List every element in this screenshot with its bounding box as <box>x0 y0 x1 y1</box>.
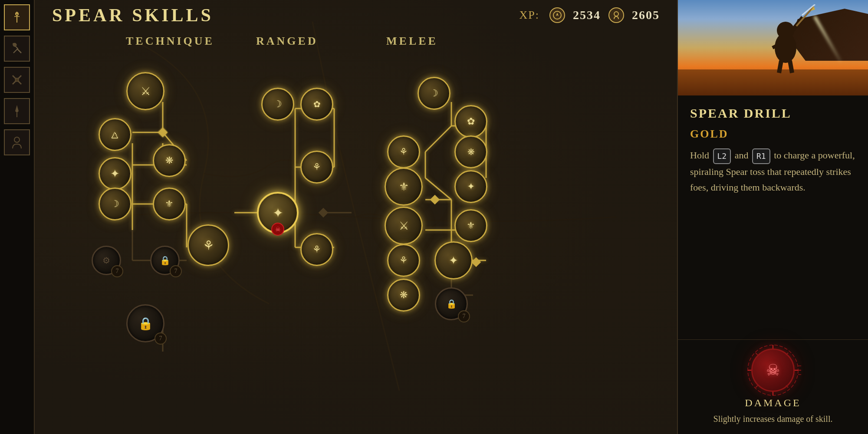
lock-badge: 7 <box>170 265 182 277</box>
skill-node-melee-5[interactable]: ⚜ <box>385 168 423 206</box>
skill-node-melee-2[interactable]: ✿ <box>454 105 487 138</box>
svg-line-71 <box>756 385 758 388</box>
lock-badge: 7 <box>458 310 470 322</box>
damage-desc: Slightly increases damage of skill. <box>713 412 833 425</box>
melee-header: MELEE <box>386 35 438 48</box>
damage-section: ☠ DAMAGE Slightly increases damage of sk… <box>678 339 868 434</box>
sidebar-item-knife[interactable] <box>4 98 30 124</box>
character-icon <box>9 135 25 150</box>
skill-node-technique-locked-2[interactable]: 🔒 7 <box>150 246 180 275</box>
xp-label: XP: <box>519 9 539 22</box>
skill-node-melee-locked[interactable]: 🔒 7 <box>435 287 468 320</box>
lock-badge: 7 <box>155 332 167 345</box>
skill-node-ranged-1[interactable]: ☽ <box>261 88 294 121</box>
skill-node-technique-5[interactable]: ☽ <box>99 187 132 220</box>
damage-runes-svg <box>745 342 801 398</box>
desc-and: and <box>735 150 749 161</box>
sidebar-item-blades[interactable] <box>4 67 30 93</box>
knife-icon <box>9 103 25 119</box>
lock-badge: 7 <box>111 265 123 277</box>
damage-label: DAMAGE <box>745 397 801 409</box>
svg-line-58 <box>796 7 814 26</box>
sidebar-item-axe[interactable] <box>4 36 30 62</box>
skill-node-technique-locked-3[interactable]: 🔒 7 <box>126 304 164 342</box>
svg-line-72 <box>786 385 788 388</box>
svg-rect-49 <box>158 128 168 138</box>
sidebar-item-character[interactable] <box>4 129 30 155</box>
skill-node-melee-10[interactable]: ✦ <box>434 241 473 279</box>
spear-icon <box>9 10 25 25</box>
skill-preview-image <box>678 0 868 95</box>
page-title: SPEAR SKILLS <box>52 5 214 26</box>
svg-line-4 <box>17 49 21 53</box>
svg-line-36 <box>425 126 451 152</box>
ranged-header: RANGED <box>256 35 318 48</box>
right-panel: SPEAR DRILL GOLD Hold L2 and R1 to charg… <box>677 0 868 434</box>
skill-info: SPEAR DRILL GOLD Hold L2 and R1 to charg… <box>678 95 868 339</box>
axe-icon <box>9 41 25 56</box>
svg-point-64 <box>748 345 798 395</box>
kratos-silhouette <box>755 4 816 74</box>
skill-node-melee-6[interactable]: ✦ <box>454 170 487 203</box>
mimir-xp-icon <box>608 7 624 23</box>
svg-point-10 <box>14 137 20 142</box>
svg-point-7 <box>15 78 19 82</box>
xp-display: XP: 2534 2605 <box>519 7 660 23</box>
svg-line-61 <box>779 61 781 73</box>
skill-node-ranged-2[interactable]: ✿ <box>300 88 333 121</box>
skill-node-technique-3[interactable]: ❋ <box>153 144 186 177</box>
svg-line-70 <box>786 353 788 355</box>
desc-prefix: Hold <box>690 150 709 161</box>
skill-node-ranged-active[interactable]: ✦ ☠ <box>257 192 299 233</box>
skill-node-technique-locked-1[interactable]: ⚙ 7 <box>92 246 121 275</box>
button-l2: L2 <box>713 148 731 164</box>
skill-node-melee-9[interactable]: ⚘ <box>387 244 420 277</box>
header: SPEAR SKILLS XP: 2534 2605 <box>35 0 677 30</box>
blades-icon <box>9 72 25 88</box>
svg-rect-54 <box>471 257 481 267</box>
warrior-xp-icon <box>549 7 565 23</box>
skill-description: Hold L2 and R1 to charge a powerful, spi… <box>690 148 856 195</box>
skill-node-technique-1[interactable]: ⚔ <box>126 72 164 110</box>
svg-line-62 <box>790 61 792 73</box>
skill-node-ranged-4[interactable]: ⚘ <box>300 233 333 266</box>
svg-rect-52 <box>319 208 329 218</box>
skill-node-melee-7[interactable]: ⚔ <box>385 207 423 245</box>
button-r1: R1 <box>752 148 770 164</box>
skill-tree-area: SPEAR SKILLS XP: 2534 2605 TECHNIQUE RAN… <box>35 0 677 434</box>
skill-node-melee-11[interactable]: ❋ <box>387 279 420 312</box>
technique-header: TECHNIQUE <box>126 35 214 48</box>
skill-tier: GOLD <box>690 128 856 141</box>
warrior-xp-value: 2534 <box>573 8 601 22</box>
mimir-xp-value: 2605 <box>632 8 660 22</box>
svg-point-12 <box>614 12 618 16</box>
skill-node-melee-1[interactable]: ☽ <box>418 77 450 110</box>
skill-node-ranged-3[interactable]: ⚘ <box>300 151 333 184</box>
svg-marker-8 <box>15 105 19 113</box>
damage-icon-container: ☠ <box>751 349 795 392</box>
sidebar-item-spear[interactable] <box>4 4 30 30</box>
selected-skill-name: SPEAR DRILL <box>690 106 856 121</box>
skill-node-technique-6[interactable]: ⚜ <box>153 187 186 220</box>
skill-node-melee-8[interactable]: ⚜ <box>454 209 487 242</box>
skill-node-technique-2[interactable]: 🜂 <box>99 118 132 151</box>
svg-line-40 <box>425 178 451 200</box>
svg-rect-53 <box>430 195 440 205</box>
skill-node-technique-4[interactable]: ✦ <box>99 157 132 190</box>
skill-node-melee-3[interactable]: ⚘ <box>387 135 420 168</box>
svg-line-69 <box>756 353 758 355</box>
skill-node-technique-7[interactable]: ⚘ <box>187 224 229 266</box>
sidebar <box>0 0 35 434</box>
skill-node-melee-4[interactable]: ❋ <box>454 135 487 168</box>
